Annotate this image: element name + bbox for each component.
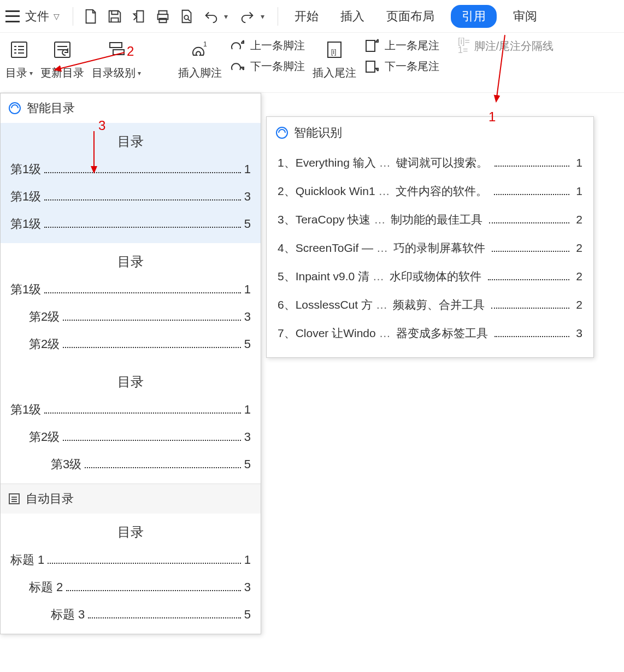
- separator-icon: [i]=1=: [458, 37, 470, 55]
- recognition-text-2: 频裁剪、合并工具: [393, 297, 485, 313]
- recognition-text-1: 3、TeraCopy 快速: [278, 212, 370, 227]
- recognition-page: 1: [576, 185, 582, 198]
- toc-row-label: 第1级: [10, 402, 41, 418]
- toc-label: 目录: [5, 66, 27, 80]
- update-toc-button[interactable]: 更新目录: [40, 37, 84, 80]
- recognition-text-1: 4、ScreenToGif —: [278, 240, 373, 256]
- toc-level-button[interactable]: 目录级别▾: [92, 37, 141, 80]
- toc-dropdown-button[interactable]: 目录▾: [5, 37, 33, 80]
- recognition-page: 2: [576, 270, 582, 283]
- prev-footnote-label: 上一条脚注: [250, 38, 305, 53]
- chevron-down-icon[interactable]: ▽: [54, 12, 60, 21]
- ellipsis: …: [379, 156, 391, 169]
- toc-row-page: 5: [244, 337, 251, 351]
- toc-style-option[interactable]: 目录第1级1第1级3第1级5: [1, 123, 261, 243]
- recognition-page: 2: [576, 298, 582, 311]
- smart-recognition-header: 智能识别: [267, 117, 593, 149]
- chevron-down-icon: ▾: [30, 69, 33, 77]
- tab-review[interactable]: 审阅: [508, 5, 543, 28]
- svg-rect-4: [113, 50, 124, 55]
- toc-row-page: 1: [244, 553, 251, 567]
- insert-footnote-button[interactable]: 1 插入脚注: [178, 37, 222, 80]
- toc-row-label: 标题 1: [10, 552, 44, 568]
- print-icon[interactable]: [152, 5, 174, 27]
- auto-toc-style-option[interactable]: 目录标题 11标题 23标题 35: [1, 514, 261, 634]
- insert-endnote-button[interactable]: [i] 插入尾注: [313, 37, 356, 80]
- toc-row-page: 5: [244, 217, 251, 231]
- insert-footnote-icon: 1: [187, 37, 213, 62]
- insert-endnote-icon: [i]: [322, 37, 347, 62]
- share-icon[interactable]: [128, 5, 150, 27]
- redo-icon[interactable]: [237, 5, 258, 27]
- toc-row-page: 3: [244, 430, 251, 444]
- toc-row-dots: [63, 320, 241, 321]
- next-footnote-label: 下一条脚注: [250, 59, 305, 74]
- recognition-item[interactable]: 3、TeraCopy 快速…制功能的最佳工具2: [267, 205, 593, 234]
- recognition-item[interactable]: 6、LosslessCut 方…频裁剪、合并工具2: [267, 291, 593, 319]
- recognition-item[interactable]: 4、ScreenToGif —…巧的录制屏幕软件2: [267, 234, 593, 262]
- smart-recognition-panel: 智能识别 1、Everything 输入…键词就可以搜索。12、Quickloo…: [266, 116, 594, 358]
- toc-style-option[interactable]: 目录第1级1第2级3第3级5: [1, 363, 261, 484]
- prev-footnote-button[interactable]: 上一条脚注: [229, 37, 305, 54]
- tab-insert[interactable]: 插入: [335, 5, 370, 28]
- recognition-text-1: 7、Clover 让Windo: [278, 326, 376, 341]
- toc-row-dots: [44, 199, 241, 201]
- toc-row: 第2级5: [1, 331, 261, 358]
- print-preview-icon[interactable]: [176, 5, 198, 27]
- tab-references[interactable]: 引用: [451, 5, 497, 28]
- tab-start[interactable]: 开始: [289, 5, 324, 28]
- recognition-text-2: 水印或物体的软件: [390, 269, 481, 284]
- recognition-item[interactable]: 1、Everything 输入…键词就可以搜索。1: [267, 149, 593, 177]
- separator: [278, 7, 278, 26]
- new-document-icon[interactable]: [80, 5, 102, 27]
- smart-toc-header: 智能目录: [1, 93, 261, 123]
- footnote-endnote-separator-button[interactable]: [i]=1= 脚注/尾注分隔线: [458, 37, 554, 55]
- ellipsis: …: [376, 241, 388, 255]
- prev-endnote-icon: [364, 37, 380, 54]
- tab-page-layout[interactable]: 页面布局: [381, 5, 440, 28]
- recognition-text-2: 制功能的最佳工具: [391, 212, 482, 227]
- smart-recognition-label: 智能识别: [294, 125, 342, 141]
- next-footnote-icon: [229, 58, 246, 74]
- prev-endnote-button[interactable]: 上一条尾注: [364, 37, 439, 54]
- save-icon[interactable]: [104, 5, 126, 27]
- toc-row-page: 3: [244, 310, 251, 324]
- recognition-item[interactable]: 5、Inpaint v9.0 清…水印或物体的软件2: [267, 262, 593, 291]
- ribbon: 目录▾ 更新目录 目录级别▾ 1 插入脚注 上一条脚注 下一条脚注 [i] 插入…: [0, 33, 624, 93]
- toc-row-dots: [44, 172, 241, 173]
- file-menu[interactable]: 文件: [25, 8, 49, 25]
- svg-text:[i]: [i]: [331, 48, 336, 56]
- next-footnote-button[interactable]: 下一条脚注: [229, 58, 305, 74]
- toc-row: 第1级1: [1, 276, 261, 303]
- separator-label: 脚注/尾注分隔线: [474, 39, 554, 54]
- hamburger-icon[interactable]: [5, 10, 20, 22]
- ellipsis: …: [379, 185, 390, 198]
- chevron-down-icon[interactable]: ▾: [261, 12, 264, 21]
- insert-footnote-label: 插入脚注: [178, 66, 222, 80]
- toc-level-icon: [104, 37, 129, 62]
- chevron-down-icon[interactable]: ▾: [224, 12, 228, 21]
- recognition-item[interactable]: 7、Clover 让Windo…器变成多标签工具3: [267, 319, 593, 347]
- toc-row-label: 标题 2: [29, 579, 63, 596]
- smart-toc-icon: [8, 102, 21, 115]
- recognition-item[interactable]: 2、Quicklook Win1…文件内容的软件。1: [267, 177, 593, 205]
- recognition-dots: [495, 336, 570, 337]
- next-endnote-button[interactable]: 下一条尾注: [364, 58, 439, 74]
- recognition-text-2: 巧的录制屏幕软件: [393, 240, 485, 256]
- ellipsis: …: [373, 270, 384, 283]
- toc-row-label: 第1级: [10, 161, 41, 178]
- toc-icon: [7, 37, 32, 62]
- prev-footnote-icon: [229, 37, 246, 54]
- toc-row-dots: [88, 617, 240, 618]
- toc-row-label: 第1级: [10, 188, 41, 205]
- toc-row-dots: [66, 590, 240, 591]
- recognition-page: 2: [576, 241, 582, 255]
- toc-style-option[interactable]: 目录第1级1第2级3第2级5: [1, 243, 261, 363]
- toc-row-page: 3: [244, 580, 251, 594]
- toc-row-dots: [63, 440, 241, 441]
- recognition-text-2: 器变成多标签工具: [396, 326, 488, 341]
- toc-row-label: 第2级: [29, 309, 60, 325]
- ellipsis: …: [379, 327, 391, 340]
- undo-icon[interactable]: [200, 5, 222, 27]
- update-toc-icon: [50, 37, 75, 62]
